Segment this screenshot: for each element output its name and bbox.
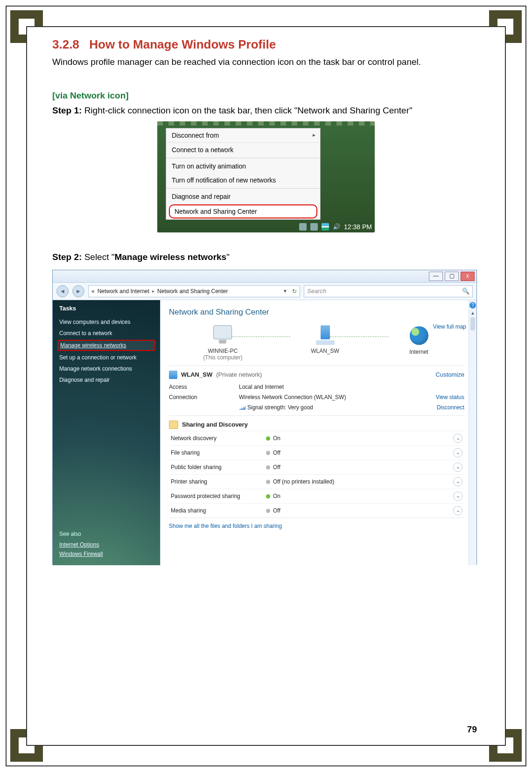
scrollbar[interactable]: ? ▲ bbox=[469, 300, 476, 565]
context-menu: Disconnect from Connect to a network Tur… bbox=[166, 128, 321, 220]
step-1: Step 1: Right-click connection icon on t… bbox=[52, 105, 480, 116]
close-button[interactable]: x bbox=[461, 272, 475, 281]
clock: 12:38 PM bbox=[344, 223, 372, 231]
sd-label: File sharing bbox=[171, 449, 255, 456]
task-setup-connection[interactable]: Set up a connection or network bbox=[59, 352, 154, 363]
sd-state: Off (no printers installed) bbox=[255, 478, 453, 485]
crumb-1[interactable]: Network and Internet bbox=[98, 288, 149, 295]
minimize-button[interactable]: — bbox=[429, 272, 443, 281]
network-name: WLAN_SW bbox=[181, 371, 212, 378]
sd-label: Media sharing bbox=[171, 507, 255, 514]
menu-turn-on-activity[interactable]: Turn on activity animation bbox=[166, 159, 320, 173]
task-manage-wireless[interactable]: Manage wireless networks bbox=[57, 340, 155, 351]
system-tray: 🔊 12:38 PM bbox=[299, 223, 372, 231]
sharing-discovery-header: Sharing and Discovery bbox=[169, 415, 464, 431]
maximize-button[interactable]: ▢ bbox=[445, 272, 459, 281]
network-icon[interactable] bbox=[322, 223, 329, 231]
step-2-bold: Manage wireless networks bbox=[114, 252, 226, 262]
scroll-thumb[interactable] bbox=[470, 317, 475, 330]
sd-label: Public folder sharing bbox=[171, 464, 255, 470]
subheading: [via Network icon] bbox=[52, 91, 480, 101]
status-dot-icon bbox=[266, 436, 270, 441]
section-number: 3.2.8 bbox=[52, 37, 86, 52]
sd-row[interactable]: Public folder sharingOff⌄ bbox=[169, 460, 464, 474]
show-shared-files-link[interactable]: Show me all the files and folders I am s… bbox=[169, 518, 464, 529]
search-icon: 🔍 bbox=[462, 288, 469, 295]
task-view-computers[interactable]: View computers and devices bbox=[59, 316, 154, 328]
task-diagnose-repair[interactable]: Diagnose and repair bbox=[59, 374, 154, 386]
expand-button[interactable]: ⌄ bbox=[453, 448, 462, 457]
expand-button[interactable]: ⌄ bbox=[453, 506, 462, 515]
menu-disconnect-from[interactable]: Disconnect from bbox=[166, 128, 320, 142]
main-pane: ? ▲ Network and Sharing Center View full… bbox=[160, 300, 476, 565]
see-also: See also Internet Options Windows Firewa… bbox=[59, 531, 154, 559]
sd-row[interactable]: Password protected sharingOn⌄ bbox=[169, 489, 464, 503]
volume-icon[interactable]: 🔊 bbox=[333, 223, 340, 230]
back-button[interactable]: ◄ bbox=[56, 285, 69, 297]
expand-button[interactable]: ⌄ bbox=[453, 463, 462, 472]
crumb-2[interactable]: Network and Sharing Center bbox=[157, 288, 228, 295]
expand-button[interactable]: ⌄ bbox=[453, 434, 462, 443]
search-input[interactable]: Search 🔍 bbox=[304, 285, 473, 297]
node-internet: Internet bbox=[408, 325, 430, 355]
disconnect-link[interactable]: Disconnect bbox=[413, 404, 464, 411]
network-type-icon bbox=[169, 371, 177, 379]
section-heading: 3.2.8 How to Manage Windows Profile bbox=[52, 37, 480, 52]
tasks-header: Tasks bbox=[59, 305, 154, 312]
help-icon[interactable]: ? bbox=[469, 302, 476, 309]
screenshot-context-menu: Disconnect from Connect to a network Tur… bbox=[157, 121, 375, 232]
sd-row[interactable]: Network discoveryOn⌄ bbox=[169, 431, 464, 445]
access-label: Access bbox=[169, 384, 239, 390]
task-connect-network[interactable]: Connect to a network bbox=[59, 328, 154, 339]
status-dot-icon bbox=[266, 465, 270, 470]
menu-diagnose-repair[interactable]: Diagnose and repair bbox=[166, 189, 320, 204]
signal-icon bbox=[239, 405, 245, 410]
section-title: How to Manage Windows Profile bbox=[89, 37, 276, 51]
sd-row[interactable]: Printer sharingOff (no printers installe… bbox=[169, 474, 464, 489]
customize-link[interactable]: Customize bbox=[436, 371, 464, 378]
see-also-windows-firewall[interactable]: Windows Firewall bbox=[59, 549, 154, 559]
tray-icon[interactable] bbox=[310, 223, 318, 231]
network-device-icon bbox=[314, 325, 336, 347]
menu-turn-off-notification[interactable]: Turn off notification of new networks bbox=[166, 173, 320, 187]
forward-button[interactable]: ► bbox=[72, 285, 84, 297]
status-dot-icon bbox=[266, 494, 270, 498]
node-this-pc: WINNIE-PC (This computer) bbox=[203, 325, 242, 361]
expand-button[interactable]: ⌄ bbox=[453, 477, 462, 486]
sd-row[interactable]: File sharingOff⌄ bbox=[169, 445, 464, 460]
sd-state: On bbox=[255, 493, 453, 499]
refresh-icon[interactable]: ↻ bbox=[292, 288, 297, 295]
window-titlebar: — ▢ x bbox=[53, 270, 476, 283]
crumb-sep: ▸ bbox=[152, 288, 154, 294]
globe-icon bbox=[410, 326, 428, 345]
address-bar: ◄ ► « Network and Internet ▸ Network and… bbox=[53, 283, 476, 300]
menu-network-sharing-center[interactable]: Network and Sharing Center bbox=[169, 204, 317, 218]
connection-label: Connection bbox=[169, 394, 239, 400]
sd-row[interactable]: Media sharingOff⌄ bbox=[169, 503, 464, 518]
status-dot-icon bbox=[266, 451, 270, 455]
tray-icon[interactable] bbox=[299, 223, 307, 231]
step-2: Step 2: Select "Manage wireless networks… bbox=[52, 252, 480, 262]
network-kind: (Private network) bbox=[216, 371, 262, 378]
step-2-suffix: " bbox=[226, 252, 230, 262]
signal-text: Signal strength: Very good bbox=[247, 404, 313, 411]
step-2-label: Step 2: bbox=[52, 252, 82, 262]
page-number: 79 bbox=[467, 724, 477, 735]
expand-button[interactable]: ⌄ bbox=[453, 491, 462, 501]
sd-label: Printer sharing bbox=[171, 478, 255, 485]
menu-connect-to-network[interactable]: Connect to a network bbox=[166, 142, 320, 157]
sd-state: On bbox=[255, 435, 453, 442]
node-internet-name: Internet bbox=[408, 349, 430, 355]
breadcrumb[interactable]: « Network and Internet ▸ Network and Sha… bbox=[88, 285, 300, 297]
node-pc-sub: (This computer) bbox=[203, 354, 242, 361]
step-1-label: Step 1: bbox=[52, 105, 82, 115]
see-also-internet-options[interactable]: Internet Options bbox=[59, 540, 154, 549]
task-manage-connections[interactable]: Manage network connections bbox=[59, 363, 154, 374]
scroll-up-icon[interactable]: ▲ bbox=[469, 310, 476, 316]
connection-value: Wireless Network Connection (WLAN_SW) bbox=[239, 394, 413, 400]
view-status-link[interactable]: View status bbox=[413, 394, 464, 400]
sd-state: Off bbox=[255, 464, 453, 470]
sd-label: Password protected sharing bbox=[171, 493, 255, 499]
dropdown-icon[interactable]: ▼ bbox=[283, 288, 287, 294]
computer-icon bbox=[211, 325, 234, 347]
